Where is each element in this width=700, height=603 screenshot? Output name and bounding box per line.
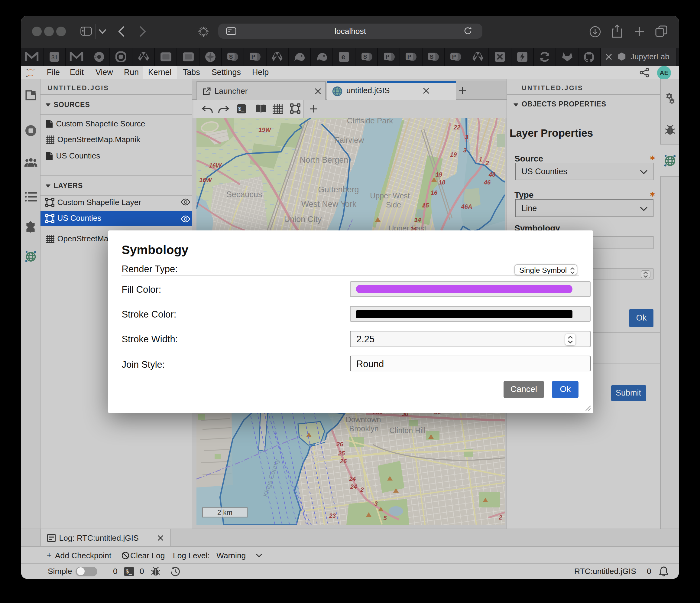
svg-text:Side: Side (386, 200, 401, 209)
svg-text:2 km: 2 km (217, 509, 232, 516)
svg-text:26: 26 (336, 441, 343, 448)
svg-text:14: 14 (415, 217, 421, 223)
svg-text:5: 5 (383, 515, 387, 521)
svg-text:2: 2 (498, 514, 502, 521)
svg-text:24: 24 (350, 483, 357, 490)
svg-text:3: 3 (463, 147, 466, 153)
svg-text:31: 31 (51, 54, 58, 61)
svg-text:P: P (385, 53, 389, 60)
svg-text:S: S (363, 53, 367, 60)
svg-text:23: 23 (329, 512, 336, 519)
svg-text:26: 26 (340, 458, 347, 464)
svg-text:22: 22 (453, 124, 460, 131)
svg-text:$_: $_ (238, 106, 245, 113)
svg-text:North Bergen: North Bergen (300, 155, 349, 165)
svg-text:19: 19 (435, 171, 443, 178)
svg-text:25: 25 (338, 450, 345, 457)
svg-text:16W: 16W (199, 176, 212, 183)
svg-text:46A: 46A (461, 203, 472, 210)
svg-text:3: 3 (465, 134, 468, 140)
svg-text:1: 1 (479, 156, 482, 163)
svg-text:19W: 19W (258, 126, 271, 133)
svg-text:Cliffside Park: Cliffside Park (347, 118, 394, 125)
svg-text:P: P (408, 53, 412, 60)
svg-text:3: 3 (374, 500, 377, 507)
svg-text:48: 48 (489, 171, 496, 178)
svg-text:15: 15 (422, 202, 429, 209)
svg-text:P: P (452, 53, 456, 60)
svg-text:18: 18 (439, 179, 446, 186)
svg-text:Clinton Hill: Clinton Hill (389, 426, 425, 435)
svg-text:2: 2 (485, 160, 489, 166)
svg-text:S: S (229, 53, 233, 60)
svg-text:2: 2 (360, 486, 364, 493)
svg-text:Secaucus: Secaucus (226, 190, 262, 199)
svg-text:16: 16 (431, 189, 438, 196)
svg-text:46: 46 (483, 179, 491, 186)
svg-text:16W: 16W (209, 162, 222, 169)
svg-text:24: 24 (349, 475, 356, 482)
svg-text:19: 19 (450, 151, 457, 158)
svg-text:Fairview: Fairview (335, 136, 364, 145)
svg-text:Union City: Union City (284, 215, 322, 224)
svg-text:West New York: West New York (301, 199, 357, 209)
svg-text:Upper West: Upper West (370, 191, 410, 200)
svg-text:Brooklyn: Brooklyn (349, 424, 378, 433)
svg-text:S: S (430, 53, 434, 60)
svg-text:$_: $_ (126, 569, 132, 575)
svg-text:P: P (251, 53, 255, 60)
svg-text:Guttenberg: Guttenberg (318, 185, 359, 194)
svg-text:e: e (342, 53, 346, 61)
svg-text:Downtown: Downtown (346, 415, 381, 424)
